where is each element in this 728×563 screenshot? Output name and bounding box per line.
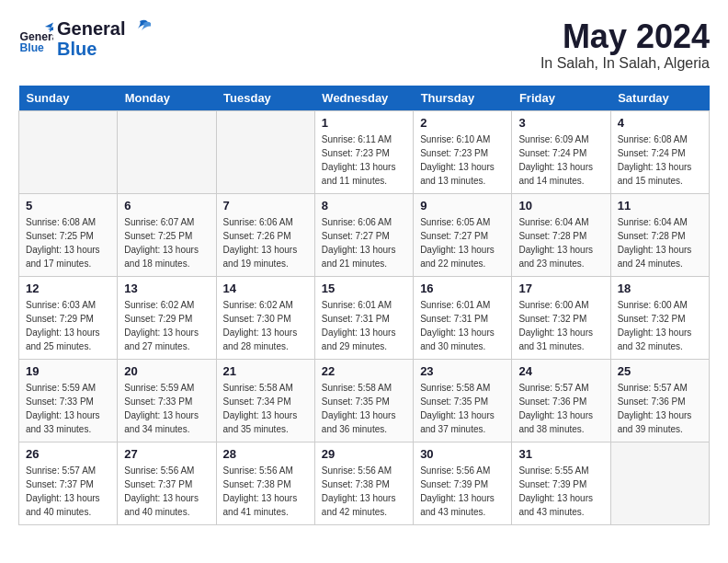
day-number: 27 bbox=[124, 447, 209, 461]
day-number: 3 bbox=[518, 116, 603, 130]
calendar-cell: 11Sunrise: 6:04 AMSunset: 7:28 PMDayligh… bbox=[610, 193, 709, 276]
logo: General Blue General Blue bbox=[18, 18, 151, 59]
day-number: 1 bbox=[322, 116, 406, 130]
day-info: Sunrise: 5:56 AMSunset: 7:37 PMDaylight:… bbox=[124, 464, 209, 519]
day-info: Sunrise: 5:57 AMSunset: 7:37 PMDaylight:… bbox=[26, 464, 110, 519]
weekday-header-tuesday: Tuesday bbox=[216, 86, 314, 111]
day-number: 2 bbox=[420, 116, 505, 130]
day-info: Sunrise: 6:06 AMSunset: 7:26 PMDaylight:… bbox=[223, 215, 308, 270]
calendar-cell: 31Sunrise: 5:55 AMSunset: 7:39 PMDayligh… bbox=[512, 442, 610, 524]
calendar-week-2: 5Sunrise: 6:08 AMSunset: 7:25 PMDaylight… bbox=[19, 193, 710, 276]
day-info: Sunrise: 6:11 AMSunset: 7:23 PMDaylight:… bbox=[322, 132, 406, 188]
day-number: 30 bbox=[420, 447, 505, 461]
calendar-cell: 3Sunrise: 6:09 AMSunset: 7:24 PMDaylight… bbox=[512, 110, 610, 193]
location: In Salah, In Salah, Algeria bbox=[540, 55, 710, 72]
day-info: Sunrise: 5:57 AMSunset: 7:36 PMDaylight:… bbox=[618, 381, 702, 436]
day-number: 26 bbox=[26, 447, 110, 461]
calendar-cell: 5Sunrise: 6:08 AMSunset: 7:25 PMDaylight… bbox=[19, 193, 118, 276]
calendar-cell: 23Sunrise: 5:58 AMSunset: 7:35 PMDayligh… bbox=[414, 359, 512, 442]
day-number: 14 bbox=[223, 282, 308, 295]
day-info: Sunrise: 6:00 AMSunset: 7:32 PMDaylight:… bbox=[518, 298, 603, 353]
calendar-cell: 30Sunrise: 5:56 AMSunset: 7:39 PMDayligh… bbox=[414, 442, 512, 524]
calendar-cell: 10Sunrise: 6:04 AMSunset: 7:28 PMDayligh… bbox=[512, 193, 610, 276]
day-info: Sunrise: 6:03 AMSunset: 7:29 PMDaylight:… bbox=[26, 298, 110, 353]
day-number: 29 bbox=[322, 447, 406, 461]
day-info: Sunrise: 6:01 AMSunset: 7:31 PMDaylight:… bbox=[420, 298, 505, 353]
weekday-header-friday: Friday bbox=[512, 86, 610, 111]
day-info: Sunrise: 6:05 AMSunset: 7:27 PMDaylight:… bbox=[420, 215, 505, 270]
day-number: 15 bbox=[322, 282, 406, 295]
calendar-week-4: 19Sunrise: 5:59 AMSunset: 7:33 PMDayligh… bbox=[19, 359, 710, 442]
calendar-cell: 16Sunrise: 6:01 AMSunset: 7:31 PMDayligh… bbox=[414, 276, 512, 359]
day-number: 24 bbox=[518, 364, 603, 378]
calendar-cell: 15Sunrise: 6:01 AMSunset: 7:31 PMDayligh… bbox=[314, 276, 413, 359]
day-info: Sunrise: 6:08 AMSunset: 7:24 PMDaylight:… bbox=[618, 132, 702, 188]
calendar-cell: 26Sunrise: 5:57 AMSunset: 7:37 PMDayligh… bbox=[19, 442, 118, 524]
day-info: Sunrise: 5:58 AMSunset: 7:35 PMDaylight:… bbox=[322, 381, 406, 436]
day-info: Sunrise: 6:00 AMSunset: 7:32 PMDaylight:… bbox=[618, 298, 702, 353]
day-number: 8 bbox=[322, 199, 406, 213]
day-number: 5 bbox=[26, 199, 110, 213]
day-number: 28 bbox=[223, 447, 308, 461]
calendar-cell: 20Sunrise: 5:59 AMSunset: 7:33 PMDayligh… bbox=[118, 359, 216, 442]
bird-icon bbox=[121, 17, 151, 43]
calendar-cell: 17Sunrise: 6:00 AMSunset: 7:32 PMDayligh… bbox=[512, 276, 610, 359]
weekday-header-thursday: Thursday bbox=[414, 86, 512, 111]
weekday-header-sunday: Sunday bbox=[19, 86, 118, 111]
day-info: Sunrise: 5:59 AMSunset: 7:33 PMDaylight:… bbox=[124, 381, 209, 436]
day-info: Sunrise: 6:09 AMSunset: 7:24 PMDaylight:… bbox=[518, 132, 603, 188]
day-info: Sunrise: 6:01 AMSunset: 7:31 PMDaylight:… bbox=[322, 298, 406, 353]
calendar-cell: 24Sunrise: 5:57 AMSunset: 7:36 PMDayligh… bbox=[512, 359, 610, 442]
calendar-cell: 28Sunrise: 5:56 AMSunset: 7:38 PMDayligh… bbox=[216, 442, 314, 524]
day-info: Sunrise: 6:08 AMSunset: 7:25 PMDaylight:… bbox=[26, 215, 110, 270]
day-number: 12 bbox=[26, 282, 110, 295]
calendar-cell: 8Sunrise: 6:06 AMSunset: 7:27 PMDaylight… bbox=[314, 193, 413, 276]
day-info: Sunrise: 5:59 AMSunset: 7:33 PMDaylight:… bbox=[26, 381, 110, 436]
calendar-cell: 1Sunrise: 6:11 AMSunset: 7:23 PMDaylight… bbox=[314, 110, 413, 193]
logo-general-text: General bbox=[57, 18, 125, 39]
calendar-table: SundayMondayTuesdayWednesdayThursdayFrid… bbox=[18, 86, 710, 525]
day-info: Sunrise: 6:06 AMSunset: 7:27 PMDaylight:… bbox=[322, 215, 406, 270]
day-number: 10 bbox=[518, 199, 603, 213]
calendar-cell: 2Sunrise: 6:10 AMSunset: 7:23 PMDaylight… bbox=[414, 110, 512, 193]
day-number: 22 bbox=[322, 364, 406, 378]
day-info: Sunrise: 6:02 AMSunset: 7:30 PMDaylight:… bbox=[223, 298, 308, 353]
day-number: 18 bbox=[618, 282, 702, 295]
day-info: Sunrise: 6:04 AMSunset: 7:28 PMDaylight:… bbox=[618, 215, 702, 270]
day-number: 16 bbox=[420, 282, 505, 295]
day-info: Sunrise: 6:10 AMSunset: 7:23 PMDaylight:… bbox=[420, 132, 505, 188]
month-title: May 2024 bbox=[540, 18, 710, 55]
calendar-week-1: 1Sunrise: 6:11 AMSunset: 7:23 PMDaylight… bbox=[19, 110, 710, 193]
day-info: Sunrise: 5:56 AMSunset: 7:39 PMDaylight:… bbox=[420, 464, 505, 519]
calendar-cell bbox=[118, 110, 216, 193]
page-header: General Blue General Blue May 2024 In Sa… bbox=[18, 18, 710, 76]
weekday-header-row: SundayMondayTuesdayWednesdayThursdayFrid… bbox=[19, 86, 710, 111]
calendar-cell: 19Sunrise: 5:59 AMSunset: 7:33 PMDayligh… bbox=[19, 359, 118, 442]
title-section: May 2024 In Salah, In Salah, Algeria bbox=[540, 18, 710, 72]
calendar-cell: 27Sunrise: 5:56 AMSunset: 7:37 PMDayligh… bbox=[118, 442, 216, 524]
weekday-header-monday: Monday bbox=[118, 86, 216, 111]
day-number: 11 bbox=[618, 199, 702, 213]
calendar-cell: 9Sunrise: 6:05 AMSunset: 7:27 PMDaylight… bbox=[414, 193, 512, 276]
calendar-cell: 12Sunrise: 6:03 AMSunset: 7:29 PMDayligh… bbox=[19, 276, 118, 359]
calendar-cell: 21Sunrise: 5:58 AMSunset: 7:34 PMDayligh… bbox=[216, 359, 314, 442]
day-number: 13 bbox=[124, 282, 209, 295]
day-number: 21 bbox=[223, 364, 308, 378]
day-info: Sunrise: 6:04 AMSunset: 7:28 PMDaylight:… bbox=[518, 215, 603, 270]
calendar-cell: 29Sunrise: 5:56 AMSunset: 7:38 PMDayligh… bbox=[314, 442, 413, 524]
calendar-cell: 18Sunrise: 6:00 AMSunset: 7:32 PMDayligh… bbox=[610, 276, 709, 359]
day-info: Sunrise: 5:58 AMSunset: 7:35 PMDaylight:… bbox=[420, 381, 505, 436]
calendar-cell: 7Sunrise: 6:06 AMSunset: 7:26 PMDaylight… bbox=[216, 193, 314, 276]
day-number: 23 bbox=[420, 364, 505, 378]
day-number: 9 bbox=[420, 199, 505, 213]
svg-text:Blue: Blue bbox=[20, 41, 45, 54]
calendar-cell bbox=[19, 110, 118, 193]
day-number: 6 bbox=[124, 199, 209, 213]
day-number: 25 bbox=[618, 364, 702, 378]
logo-icon: General Blue bbox=[18, 21, 53, 56]
logo-blue-text: Blue bbox=[57, 39, 125, 59]
calendar-cell: 4Sunrise: 6:08 AMSunset: 7:24 PMDaylight… bbox=[610, 110, 709, 193]
day-number: 4 bbox=[618, 116, 702, 130]
calendar-cell bbox=[610, 442, 709, 524]
calendar-cell: 13Sunrise: 6:02 AMSunset: 7:29 PMDayligh… bbox=[118, 276, 216, 359]
